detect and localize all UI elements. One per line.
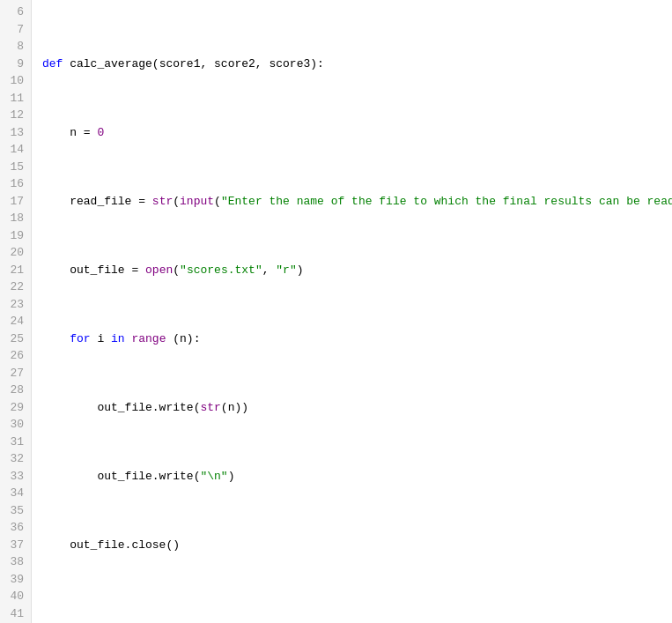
code-text[interactable]: def calc_average(score1, score2, score3)… (32, 0, 672, 623)
line-numbers: 6 7 8 9 10 11 12 13 14 15 16 17 18 19 20… (0, 0, 32, 623)
code-editor: 6 7 8 9 10 11 12 13 14 15 16 17 18 19 20… (0, 0, 672, 623)
